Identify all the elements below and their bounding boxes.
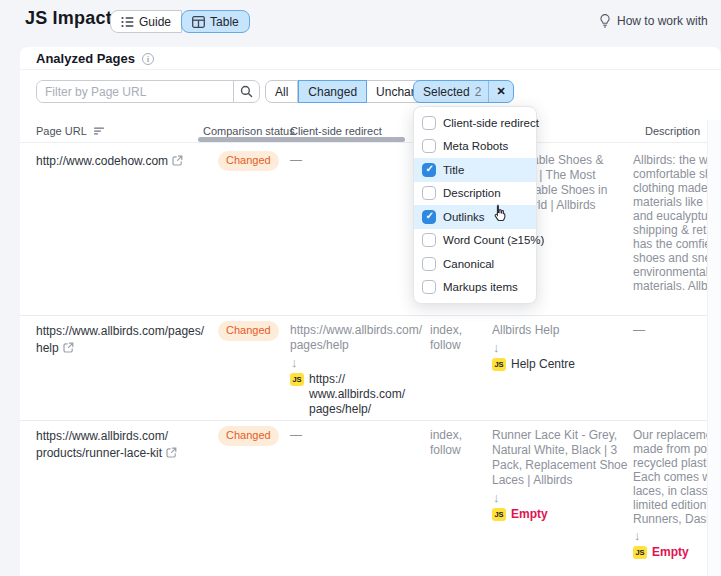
table-toggle-label: Table <box>210 15 239 29</box>
filter-all-button[interactable]: All <box>265 80 298 103</box>
dropdown-item-title[interactable]: Title <box>414 158 536 182</box>
selected-chip-label: Selected <box>414 85 475 99</box>
url-filter-input[interactable] <box>37 81 233 102</box>
list-icon <box>121 16 134 28</box>
arrow-down-icon: ↓ <box>493 341 628 354</box>
external-link-icon[interactable] <box>63 342 74 353</box>
arrow-down-icon: ↓ <box>493 491 628 504</box>
how-to-work-with-link[interactable]: How to work with <box>598 13 708 28</box>
selected-columns-chip[interactable]: Selected 2 ✕ <box>413 80 514 103</box>
dropdown-item-meta-robots[interactable]: Meta Robots <box>414 135 536 159</box>
title-before: Allbirds Help <box>492 323 628 338</box>
vertical-scrollbar-track[interactable] <box>707 120 721 576</box>
guide-toggle-label: Guide <box>139 15 171 29</box>
how-to-work-with-label: How to work with <box>617 14 708 28</box>
analyzed-pages-card: Analyzed Pages i All Changed Unchanged S… <box>20 47 721 576</box>
dropdown-item-client-side-redirect[interactable]: Client-side redirect <box>414 111 536 135</box>
arrow-down-icon: ↓ <box>291 356 430 369</box>
clear-selection-icon[interactable]: ✕ <box>488 81 512 102</box>
external-link-icon[interactable] <box>172 155 183 166</box>
status-badge: Changed <box>218 151 279 171</box>
checkbox-unchecked[interactable] <box>422 280 436 294</box>
js-badge-icon: JS <box>290 373 304 386</box>
dropdown-item-description[interactable]: Description <box>414 182 536 206</box>
mouse-cursor-icon <box>492 204 507 221</box>
search-button[interactable] <box>233 81 259 102</box>
dropdown-item-word-count[interactable]: Word Count (≥15%) <box>414 229 536 253</box>
page-url-link[interactable]: https://www.allbirds.com/products/runner… <box>36 428 212 461</box>
js-badge-icon: JS <box>492 358 506 371</box>
page-title: JS Impact <box>25 8 112 29</box>
selected-chip-count: 2 <box>475 85 489 99</box>
view-toggle: Guide Table <box>110 10 250 33</box>
table-toggle-button[interactable]: Table <box>181 10 250 33</box>
column-header-description: Description <box>645 125 700 137</box>
meta-robots-value: index, follow <box>430 428 480 458</box>
top-bar: JS Impact Guide Table How to work with <box>0 0 721 40</box>
checkbox-checked[interactable] <box>422 163 436 177</box>
table-icon <box>192 16 205 28</box>
redirect-value: — <box>290 428 430 443</box>
checkbox-unchecked[interactable] <box>422 139 436 153</box>
status-badge: Changed <box>218 426 279 446</box>
horizontal-scrollbar-thumb[interactable] <box>198 137 405 142</box>
table-row: https://www.allbirds.com/pages/help Chan… <box>20 315 721 420</box>
table-row: http://www.codehow.com Changed — Sustain… <box>20 145 721 315</box>
dropdown-item-markups-items[interactable]: Markups items <box>414 276 536 300</box>
sort-icon[interactable] <box>94 127 105 135</box>
page-url-link[interactable]: https://www.allbirds.com/pages/help <box>36 323 212 356</box>
dropdown-item-canonical[interactable]: Canonical <box>414 252 536 276</box>
lightbulb-icon <box>598 13 612 28</box>
page-url-link[interactable]: http://www.codehow.com <box>36 153 212 170</box>
title-change: Allbirds Help ↓ JS Help Centre <box>492 323 628 372</box>
column-header-client-side-redirect: Client-side redirect <box>290 125 382 137</box>
panel-title: Analyzed Pages <box>36 51 135 66</box>
redirect-before: https://www.allbirds.com/pages/help <box>290 323 430 353</box>
url-filter-field <box>36 80 260 103</box>
column-header-page-url[interactable]: Page URL <box>36 125 105 137</box>
info-icon[interactable]: i <box>142 53 154 65</box>
js-badge-icon: JS <box>492 508 506 521</box>
checkbox-unchecked[interactable] <box>422 257 436 271</box>
checkbox-checked[interactable] <box>422 210 436 224</box>
column-header-comparison-status: Comparison status <box>203 125 295 137</box>
columns-dropdown-menu: Client-side redirect Meta Robots Title D… <box>413 106 537 304</box>
meta-robots-value: index, follow <box>430 323 480 353</box>
title-change: Runner Lace Kit - Grey, Natural White, B… <box>492 428 628 522</box>
status-badge: Changed <box>218 321 279 341</box>
table-row: https://www.allbirds.com/products/runner… <box>20 420 721 576</box>
title-before: Runner Lace Kit - Grey, Natural White, B… <box>492 428 628 488</box>
card-title-row: Analyzed Pages i <box>20 47 721 70</box>
external-link-icon[interactable] <box>166 447 177 458</box>
checkbox-unchecked[interactable] <box>422 233 436 247</box>
title-after: JS Help Centre <box>492 357 628 372</box>
dropdown-item-outlinks[interactable]: Outlinks <box>414 205 536 229</box>
redirect-after: JS https://www.allbirds.com/pages/help/ <box>290 372 430 417</box>
title-after: JS Empty <box>492 507 628 522</box>
search-icon <box>240 85 253 98</box>
js-badge-icon: JS <box>633 546 647 559</box>
checkbox-unchecked[interactable] <box>422 186 436 200</box>
checkbox-unchecked[interactable] <box>422 116 436 130</box>
redirect-change: https://www.allbirds.com/pages/help ↓ JS… <box>290 323 430 417</box>
guide-toggle-button[interactable]: Guide <box>110 10 182 33</box>
filter-changed-button[interactable]: Changed <box>298 80 367 103</box>
redirect-value: — <box>290 153 430 168</box>
